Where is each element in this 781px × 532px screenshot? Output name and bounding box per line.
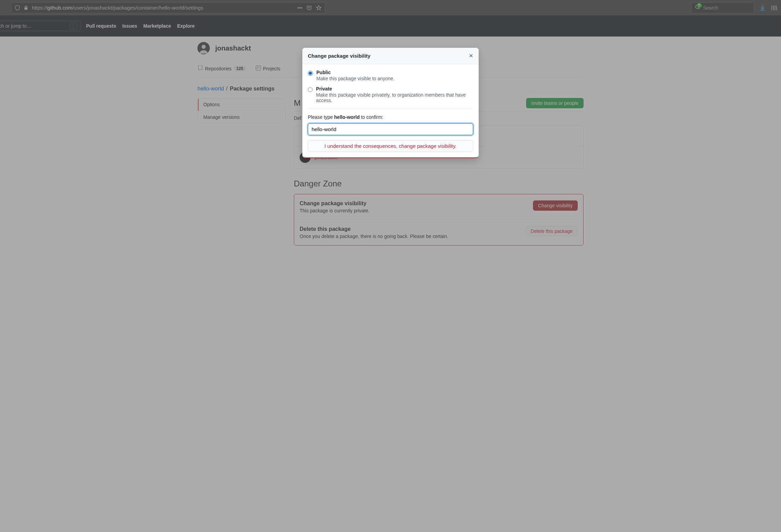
radio-option-private[interactable]: Private Make this package visible privat…: [308, 86, 473, 103]
modal-overlay[interactable]: Change package visibility ✕ Public Make …: [0, 0, 781, 254]
visibility-radio-group: Public Make this package visible to anyo…: [308, 70, 473, 109]
private-label: Private: [316, 86, 473, 92]
radio-option-public[interactable]: Public Make this package visible to anyo…: [308, 70, 473, 81]
confirm-instruction: Please type hello-world to confirm:: [308, 114, 473, 120]
private-desc: Make this package visible privately, to …: [316, 92, 473, 103]
radio-private[interactable]: [308, 87, 313, 92]
close-icon[interactable]: ✕: [469, 53, 473, 59]
confirm-visibility-button[interactable]: I understand the consequences, change pa…: [308, 140, 473, 152]
radio-public[interactable]: [308, 71, 313, 76]
public-label: Public: [316, 70, 395, 75]
public-desc: Make this package visible to anyone.: [316, 76, 395, 81]
change-visibility-modal: Change package visibility ✕ Public Make …: [302, 48, 479, 158]
confirm-name-input[interactable]: [308, 123, 473, 135]
modal-title: Change package visibility: [308, 53, 370, 59]
